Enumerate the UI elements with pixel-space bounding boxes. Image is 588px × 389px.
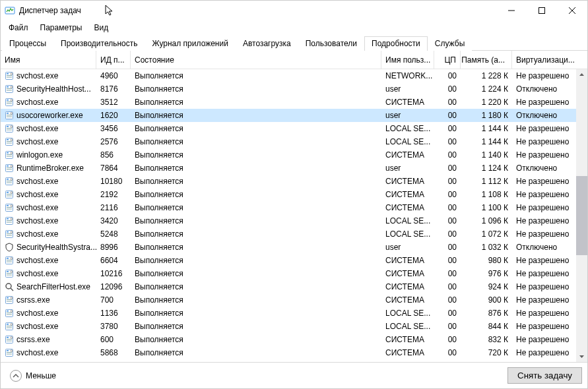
table-row[interactable]: svchost.exe1136ВыполняетсяLOCAL SE...008… xyxy=(1,307,587,320)
table-row[interactable]: svchost.exe5248ВыполняетсяLOCAL SE...001… xyxy=(1,227,587,241)
svg-rect-53 xyxy=(7,196,12,196)
table-row[interactable]: winlogon.exe856ВыполняетсяСИСТЕМА001 140… xyxy=(1,148,587,162)
process-pid: 3780 xyxy=(96,320,131,333)
process-status: Выполняется xyxy=(131,267,381,280)
tab-performance[interactable]: Производительность xyxy=(53,36,145,51)
tab-app-history[interactable]: Журнал приложений xyxy=(145,36,236,51)
table-row[interactable]: RuntimeBroker.exe7864Выполняетсяuser001 … xyxy=(1,162,587,175)
process-cpu: 00 xyxy=(434,333,461,346)
minimize-button[interactable] xyxy=(496,1,527,20)
table-row[interactable]: svchost.exe3456ВыполняетсяLOCAL SE...001… xyxy=(1,122,587,135)
svg-rect-84 xyxy=(7,299,12,300)
process-status: Выполняется xyxy=(131,82,381,96)
tab-services[interactable]: Службы xyxy=(428,36,472,51)
process-user: NETWORK... xyxy=(381,69,434,82)
process-user: СИСТЕМА xyxy=(381,293,434,307)
table-row[interactable]: SecurityHealthHost...8176Выполняетсяuser… xyxy=(1,82,587,96)
process-status: Выполняется xyxy=(131,96,381,109)
process-pid: 5248 xyxy=(96,227,131,241)
process-cpu: 00 xyxy=(434,135,461,148)
table-row[interactable]: svchost.exe2116ВыполняетсяСИСТЕМА001 100… xyxy=(1,201,587,214)
table-row[interactable]: svchost.exe3780ВыполняетсяLOCAL SE...008… xyxy=(1,320,587,333)
col-status[interactable]: Состояние xyxy=(131,51,381,69)
col-virtualization[interactable]: Виртуализаци... xyxy=(512,51,587,69)
process-icon xyxy=(5,256,14,265)
close-button[interactable] xyxy=(557,1,587,20)
vertical-scrollbar[interactable] xyxy=(576,69,587,362)
process-user: LOCAL SE... xyxy=(381,227,434,241)
table-row[interactable]: svchost.exe4960ВыполняетсяNETWORK...001 … xyxy=(1,69,587,82)
process-memory: 980 К xyxy=(461,254,512,267)
table-row[interactable]: svchost.exe5868ВыполняетсяСИСТЕМА00720 К… xyxy=(1,346,587,359)
process-name: usocoreworker.exe xyxy=(16,111,83,120)
table-row[interactable]: svchost.exe6604ВыполняетсяСИСТЕМА00980 К… xyxy=(1,254,587,267)
svg-rect-52 xyxy=(7,194,12,194)
svg-rect-33 xyxy=(7,143,12,144)
process-cpu: 00 xyxy=(434,280,461,293)
process-name: svchost.exe xyxy=(16,190,58,199)
process-user: СИСТЕМА xyxy=(381,359,434,362)
window-title: Диспетчер задач xyxy=(19,6,81,15)
tab-startup[interactable]: Автозагрузка xyxy=(236,36,298,51)
table-row[interactable]: svchost.exe3420ВыполняетсяLOCAL SE...001… xyxy=(1,214,587,227)
table-row[interactable]: usocoreworker.exe1620Выполняетсяuser001 … xyxy=(1,109,587,122)
process-icon xyxy=(5,309,14,318)
svg-rect-47 xyxy=(7,181,12,181)
table-row[interactable]: SearchFilterHost.exe12096ВыполняетсяСИСТ… xyxy=(1,280,587,293)
table-row[interactable]: svchost.exe2192ВыполняетсяСИСТЕМА001 108… xyxy=(1,188,587,201)
col-name[interactable]: Имя xyxy=(1,51,96,69)
menu-options[interactable]: Параметры xyxy=(35,22,88,34)
fewer-details-button[interactable]: Меньше xyxy=(6,367,60,384)
process-status: Выполняется xyxy=(131,175,381,188)
process-cpu: 00 xyxy=(434,254,461,267)
process-cpu: 00 xyxy=(434,96,461,109)
table-row[interactable]: svchost.exe2576ВыполняетсяLOCAL SE...001… xyxy=(1,135,587,148)
col-memory[interactable]: Память (а... xyxy=(461,51,512,69)
process-memory: 1 032 К xyxy=(461,241,512,254)
process-pid: 692 xyxy=(96,359,131,362)
col-cpu[interactable]: ЦП xyxy=(434,51,461,69)
svg-rect-12 xyxy=(7,88,12,89)
scroll-down-button[interactable] xyxy=(576,351,587,362)
svg-rect-98 xyxy=(7,337,9,338)
process-icon xyxy=(5,243,14,252)
tab-details[interactable]: Подробности xyxy=(364,36,428,51)
scroll-up-button[interactable] xyxy=(576,69,587,80)
process-status: Выполняется xyxy=(131,214,381,227)
table-row[interactable]: svchost.exe10216ВыполняетсяСИСТЕМА00976 … xyxy=(1,267,587,280)
process-cpu: 00 xyxy=(434,122,461,135)
menu-file[interactable]: Файл xyxy=(3,22,34,34)
process-status: Выполняется xyxy=(131,122,381,135)
svg-rect-93 xyxy=(7,324,9,325)
table-row[interactable]: csrss.exe600ВыполняетсяСИСТЕМА00832 КНе … xyxy=(1,333,587,346)
process-memory: 712 К xyxy=(461,359,512,362)
process-icon xyxy=(5,98,14,107)
col-pid[interactable]: ИД п... xyxy=(96,51,131,69)
process-user: СИСТЕМА xyxy=(381,96,434,109)
process-name: SecurityHealthHost... xyxy=(16,84,91,94)
svg-rect-100 xyxy=(7,341,12,342)
tab-processes[interactable]: Процессы xyxy=(2,36,53,51)
process-pid: 3420 xyxy=(96,214,131,227)
table-row[interactable]: svchost.exe3512ВыполняетсяСИСТЕМА001 220… xyxy=(1,96,587,109)
table-row[interactable]: csrss.exe700ВыполняетсяСИСТЕМА00900 КНе … xyxy=(1,293,587,307)
process-memory: 720 К xyxy=(461,346,512,359)
svg-point-86 xyxy=(11,297,13,299)
end-task-button[interactable]: Снять задачу xyxy=(507,367,582,384)
svg-rect-66 xyxy=(7,231,9,233)
svg-rect-103 xyxy=(7,350,9,351)
process-memory: 1 180 К xyxy=(461,109,512,122)
table-row[interactable]: svchost.exe10180ВыполняетсяСИСТЕМА001 11… xyxy=(1,175,587,188)
table-row[interactable]: wininit.exe692ВыполняетсяСИСТЕМА00712 КН… xyxy=(1,359,587,362)
process-status: Выполняется xyxy=(131,280,381,293)
tab-users[interactable]: Пользователи xyxy=(298,36,364,51)
process-icon xyxy=(5,150,14,160)
maximize-button[interactable] xyxy=(527,1,557,20)
process-user: LOCAL SE... xyxy=(381,320,434,333)
process-status: Выполняется xyxy=(131,227,381,241)
table-row[interactable]: SecurityHealthSystra...8996Выполняетсяus… xyxy=(1,241,587,254)
menu-view[interactable]: Вид xyxy=(88,22,114,34)
scroll-thumb[interactable] xyxy=(576,176,587,255)
process-cpu: 00 xyxy=(434,241,461,254)
col-username[interactable]: Имя польз... xyxy=(381,51,434,69)
